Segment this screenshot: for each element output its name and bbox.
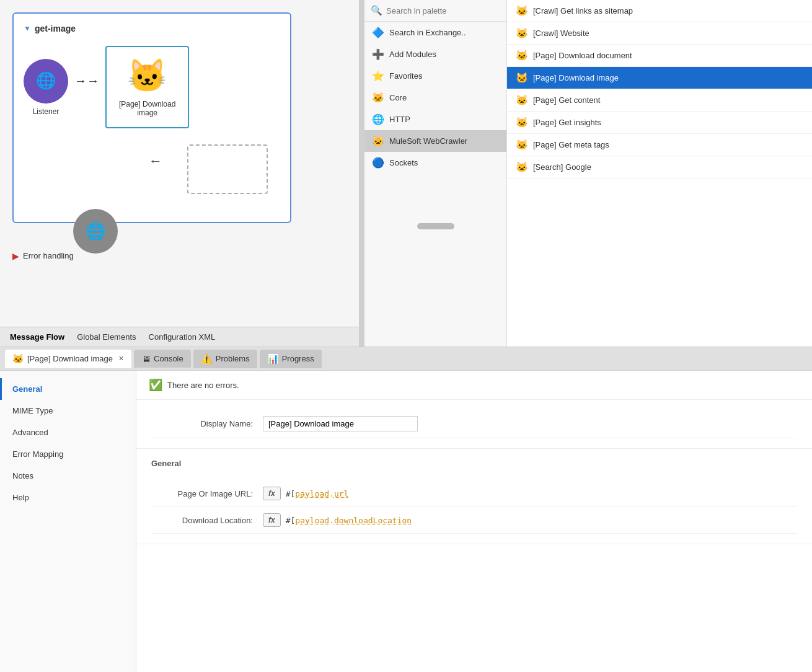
field-value-url: fx #[payload.url: [263, 487, 797, 500]
download-image-node[interactable]: 🐱 [Page] Downloadimage: [105, 46, 189, 128]
palette-category-webcrawler[interactable]: 🐱 MuleSoft WebCrawler: [364, 130, 506, 152]
palette-category-sockets[interactable]: 🔵 Sockets: [364, 152, 506, 174]
palette-category-http[interactable]: 🌐 HTTP: [364, 108, 506, 130]
tab-icon-console: 🖥: [141, 353, 151, 364]
code-prefix-url: #[: [286, 489, 296, 498]
display-name-value: [263, 416, 797, 431]
palette-category-add-modules[interactable]: ➕ Add Modules: [364, 43, 506, 65]
fx-button-location[interactable]: fx: [263, 513, 281, 527]
result-page-download-document[interactable]: 🐱 [Page] Download document: [507, 45, 812, 67]
panel-divider[interactable]: [360, 0, 364, 347]
tab-page-download-image[interactable]: 🐱 [Page] Download image ✕: [5, 350, 131, 368]
nav-item-general[interactable]: General: [0, 378, 136, 400]
palette-categories: 🔍 🔷 Search in Exchange.. ➕ Add Modules ⭐…: [364, 0, 507, 347]
display-name-label: Display Name:: [151, 419, 263, 428]
field-value-location: fx #[payload.downloadLocation: [263, 513, 797, 527]
return-flow: 🌐 ←: [24, 135, 280, 197]
tab-label-download: [Page] Download image: [27, 354, 113, 363]
code-expr-location: #[payload.downloadLocation: [286, 516, 412, 525]
palette-category-favorites[interactable]: ⭐ Favorites: [364, 65, 506, 87]
palette-category-core[interactable]: 🐱 Core: [364, 87, 506, 108]
palette-category-search-exchange[interactable]: 🔷 Search in Exchange..: [364, 22, 506, 43]
nav-item-notes[interactable]: Notes: [0, 465, 136, 487]
core-icon: 🐱: [372, 92, 384, 104]
display-name-row: Display Name:: [151, 410, 797, 438]
nav-item-advanced[interactable]: Advanced: [0, 422, 136, 443]
result-crawl-website[interactable]: 🐱 [Crawl] Website: [507, 22, 812, 45]
tab-message-flow[interactable]: Message Flow: [10, 332, 64, 342]
listener-circle: 🌐: [24, 59, 68, 104]
listener-label: Listener: [33, 107, 60, 116]
content-panel: General MIME Type Advanced Error Mapping…: [0, 371, 812, 672]
search-input[interactable]: [386, 6, 500, 15]
favorites-icon: ⭐: [372, 70, 384, 82]
error-triangle-icon: ▶: [12, 251, 19, 261]
status-text: There are no errors.: [167, 381, 239, 390]
error-handling[interactable]: ▶ Error handling: [12, 251, 346, 261]
tab-progress[interactable]: 📊 Progress: [260, 350, 322, 368]
top-section: ▼ get-image 🌐 Listener →→ 🐱 [P: [0, 0, 812, 347]
result-page-get-content[interactable]: 🐱 [Page] Get content: [507, 89, 812, 112]
category-webcrawler-label: MuleSoft WebCrawler: [389, 136, 467, 146]
http-icon: 🌐: [372, 113, 384, 125]
code-prop-location: downloadLocation: [334, 516, 412, 525]
result-search-google[interactable]: 🐱 [Search] Google: [507, 156, 812, 179]
gray-node-circle: 🌐: [73, 209, 118, 254]
code-dot-url: .: [329, 489, 334, 498]
field-label-url: Page Or Image URL:: [151, 489, 263, 498]
listener-icon: 🌐: [36, 71, 56, 91]
tab-console[interactable]: 🖥 Console: [134, 350, 191, 368]
result-crawl-get-links[interactable]: 🐱 [Crawl] Get links as sitemap: [507, 0, 812, 22]
bottom-tabs-bar: 🐱 [Page] Download image ✕ 🖥 Console ⚠️ P…: [0, 347, 812, 371]
nav-label-advanced: Advanced: [12, 428, 48, 437]
scrollbar-thumb: [417, 223, 454, 229]
category-favorites-label: Favorites: [389, 71, 422, 81]
error-handling-label: Error handling: [23, 251, 74, 260]
nav-label-general: General: [12, 384, 42, 394]
tab-label-console: Console: [154, 354, 183, 363]
listener-node[interactable]: 🌐 Listener: [24, 59, 68, 116]
category-search-exchange-label: Search in Exchange..: [389, 28, 466, 37]
display-name-input[interactable]: [263, 416, 418, 431]
flow-collapse-arrow[interactable]: ▼: [24, 24, 31, 33]
result-icon-6: 🐱: [516, 139, 528, 151]
palette-scrollbar[interactable]: [364, 223, 506, 229]
code-payload-url: payload: [295, 489, 329, 498]
result-page-get-insights[interactable]: 🐱 [Page] Get insights: [507, 112, 812, 134]
nav-label-help: Help: [12, 493, 29, 502]
flow-nodes: 🌐 Listener →→ 🐱 [Page] Downloadimage: [24, 46, 280, 128]
search-icon: 🔍: [371, 5, 382, 16]
category-sockets-label: Sockets: [389, 158, 418, 167]
status-ok-icon: ✅: [149, 378, 162, 392]
tab-close-button[interactable]: ✕: [118, 355, 124, 363]
canvas-area: ▼ get-image 🌐 Listener →→ 🐱 [P: [0, 0, 360, 347]
tab-global-elements[interactable]: Global Elements: [77, 332, 136, 342]
field-row-location: Download Location: fx #[payload.download…: [151, 507, 797, 534]
result-label-3: [Page] Download image: [533, 73, 619, 82]
result-label-7: [Search] Google: [533, 162, 591, 172]
code-prop-url: url: [334, 489, 348, 498]
gray-node-wrapper[interactable]: 🌐: [73, 135, 118, 197]
result-label-6: [Page] Get meta tags: [533, 140, 609, 149]
result-page-get-meta-tags[interactable]: 🐱 [Page] Get meta tags: [507, 134, 812, 156]
nav-item-mime-type[interactable]: MIME Type: [0, 400, 136, 422]
fx-button-url[interactable]: fx: [263, 487, 281, 500]
nav-item-help[interactable]: Help: [0, 487, 136, 508]
config-sidebar-nav: General MIME Type Advanced Error Mapping…: [0, 371, 136, 672]
field-row-url: Page Or Image URL: fx #[payload.url: [151, 480, 797, 507]
flow-name-label: get-image: [35, 24, 76, 33]
result-page-download-image[interactable]: 🐱 [Page] Download image: [507, 67, 812, 89]
result-icon-4: 🐱: [516, 94, 528, 106]
result-label-2: [Page] Download document: [533, 51, 632, 60]
tab-problems[interactable]: ⚠️ Problems: [193, 350, 257, 368]
exchange-icon: 🔷: [372, 27, 384, 38]
nav-item-error-mapping[interactable]: Error Mapping: [0, 443, 136, 465]
canvas-tabs: Message Flow Global Elements Configurati…: [0, 327, 359, 347]
display-name-section: Display Name:: [136, 400, 812, 449]
status-bar: ✅ There are no errors.: [136, 371, 812, 400]
nav-label-mime-type: MIME Type: [12, 406, 53, 415]
result-label-0: [Crawl] Get links as sitemap: [533, 6, 633, 15]
webcrawler-icon: 🐱: [372, 135, 384, 147]
nav-label-notes: Notes: [12, 471, 33, 480]
tab-configuration-xml[interactable]: Configuration XML: [149, 332, 216, 342]
